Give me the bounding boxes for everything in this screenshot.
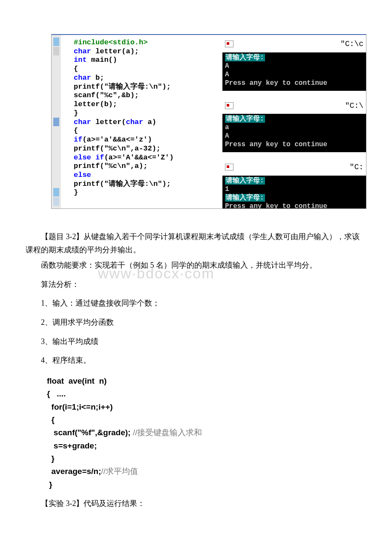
console-path: "C:\c [340,38,363,51]
console-icon [225,164,233,171]
console-body: 请输入字母:AAPress any key to continue [222,52,366,91]
question-3-2-requirement: 函数功能要求：实现若干（例如 5 名）同学的的期末成绩输入，并统计出平均分。 [26,259,366,272]
console-body: 请输入字母:aAPress any key to continue [222,114,366,152]
experiment-3-2-label: 【实验 3-2】代码及运行结果： [26,497,366,510]
console-icon [225,102,233,109]
code-snippet-ave: float ave(int n){ .... for(i=1;i<=n;i++)… [47,375,366,491]
console-window-3: "C: 请输入字母:1请输入字母:Press any key to contin… [222,160,366,209]
code-editor: #include<stdio.h>char letter(a);int main… [61,35,221,208]
question-3-2-title: 【题目 3-2】从键盘输入若干个同学计算机课程期末考试成绩（学生人数可由用户输入… [26,230,366,256]
algo-step: 2、调用求平均分函数 [41,316,366,329]
ide-gutter [52,35,61,208]
console-path: "C:\ [345,99,363,113]
console-body: 请输入字母:1请输入字母:Press any key to continue_ [222,176,366,209]
algo-step: 1、输入：通过键盘接收同学个数； [41,297,366,310]
algo-steps-list: 1、输入：通过键盘接收同学个数；2、调用求平均分函数3、输出平均成绩4、程序结束… [41,297,366,367]
ide-screenshot: #include<stdio.h>char letter(a);int main… [51,34,366,209]
console-window-2: "C:\ 请输入字母:aAPress any key to continue [222,98,366,153]
algo-step: 4、程序结束。 [41,354,366,367]
algo-step: 3、输出平均成绩 [41,335,366,348]
algo-label: 算法分析： [26,278,366,291]
console-icon [225,40,233,47]
console-path: "C: [350,161,363,174]
console-window-1: "C:\c 请输入字母:AAPress any key to continue [222,37,366,91]
